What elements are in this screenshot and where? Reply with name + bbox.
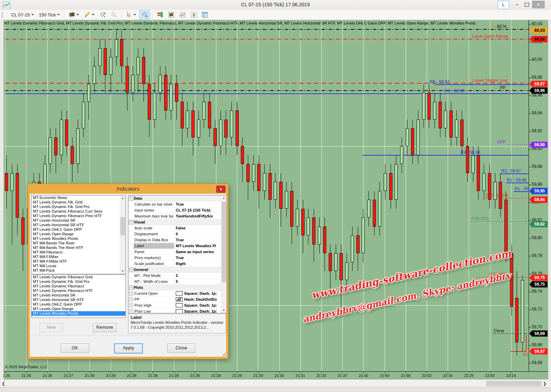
configured-indicators-list[interactable]: MT Levels Dynamic Fibonacci GridMT Level…: [31, 275, 126, 318]
apply-button[interactable]: Apply: [114, 343, 143, 354]
horizontal-scrollbar[interactable]: ❮ ❯: [0, 379, 551, 387]
list-item[interactable]: MT MA Pack: [32, 268, 120, 273]
remove-button[interactable]: Remove: [93, 323, 117, 332]
list-item[interactable]: MT Levels Open Range: [32, 307, 125, 311]
scrollbar-thumb[interactable]: [222, 202, 226, 282]
list-item[interactable]: MT Levels Woodies Pivots: [32, 311, 125, 316]
list-item[interactable]: MT MA Bands The River HTF: [32, 245, 120, 250]
collapse-icon[interactable]: −: [129, 268, 133, 272]
scroll-down-arrow[interactable]: ▼: [221, 308, 226, 313]
property-value[interactable]: MT Levels Woodies Pi: [174, 244, 226, 248]
property-row[interactable]: +PPHash; DashDotDo: [128, 297, 226, 302]
price-axis[interactable]: 60,0460,0260,0059,9859,9659,9459,9259,90…: [529, 20, 548, 372]
list-item[interactable]: MT Levels Open Range: [32, 232, 120, 236]
property-row[interactable]: +Prior HighSquare; Dash; 1p:: [128, 302, 226, 308]
property-value[interactable]: Square; Dash; 1p:: [174, 303, 226, 307]
data-box-button[interactable]: [166, 10, 176, 19]
property-row[interactable]: Displacement0: [128, 231, 226, 237]
property-value[interactable]: TwoHundredFiftySix: [174, 214, 226, 218]
collapse-icon[interactable]: −: [129, 220, 133, 224]
plot-color-swatch[interactable]: [176, 309, 183, 313]
time-axis[interactable]: 21:2521:2621:2621:2721:2821:2821:2821:28…: [4, 372, 548, 379]
scroll-up-arrow[interactable]: ▲: [221, 195, 226, 201]
property-row[interactable]: Scale justificationRight: [128, 261, 226, 267]
property-row[interactable]: Price marker(s)True: [128, 255, 226, 261]
cursor-tool-button[interactable]: [124, 10, 138, 19]
property-value[interactable]: 2: [174, 273, 226, 278]
property-row[interactable]: +Prior LowSquare; Dash; 1p:: [128, 308, 226, 313]
property-row[interactable]: Calculate on bar closeTrue: [128, 201, 226, 207]
list-item[interactable]: MT Levels Horizontal SR HTF: [32, 298, 125, 302]
dialog-close-button[interactable]: x: [216, 186, 225, 193]
list-item[interactable]: MT Levels Dynamic Fibonacci Prior HTF: [32, 214, 120, 218]
maximize-button[interactable]: [523, 1, 531, 8]
list-item[interactable]: MT Levels Dynamic Fibonacci Curr Sess: [32, 209, 120, 214]
plot-color-swatch[interactable]: [176, 303, 183, 307]
property-grid[interactable]: −DataCalculate on bar closeTrueInput ser…: [128, 195, 227, 313]
list-item[interactable]: MT Levels Dynamic Fibonacci HTF: [32, 288, 125, 293]
property-row[interactable]: MT - Plot Mode2: [128, 273, 226, 279]
property-value[interactable]: True: [174, 202, 226, 206]
scrollbar-thumb[interactable]: [486, 381, 542, 386]
property-value[interactable]: Right: [174, 262, 226, 266]
plot-hash-swatch[interactable]: [176, 297, 183, 301]
property-row[interactable]: LabelMT Levels Woodies Pi: [128, 243, 226, 249]
plot-color-swatch[interactable]: [176, 291, 183, 295]
close-window-button[interactable]: ✕: [532, 1, 545, 8]
property-row[interactable]: Maximum bars look baTwoHundredFiftySix: [128, 213, 226, 219]
property-row[interactable]: MT - Width of Lines5: [128, 279, 226, 285]
instrument-selector[interactable]: CL 07-15: [9, 11, 36, 19]
properties-button[interactable]: [200, 10, 210, 19]
list-item[interactable]: MT MA FXMax HTF: [32, 259, 120, 264]
list-item[interactable]: MT Levels Woodies Pivots: [32, 236, 120, 241]
resize-grip[interactable]: [222, 352, 225, 356]
list-item[interactable]: MT Levels OHLC Gann DPP: [32, 227, 120, 232]
zoom-out-button[interactable]: [109, 10, 119, 19]
link-button[interactable]: L: [498, 1, 509, 9]
property-value[interactable]: Hash; DashDotDo: [174, 297, 226, 301]
list-item[interactable]: MT MA Lucas: [32, 264, 120, 268]
list-item[interactable]: MT Levels OHLC Gann DPP: [32, 302, 125, 307]
property-row[interactable]: +Current OpenSquare; Dash; 1p:: [128, 291, 226, 297]
expand-icon[interactable]: +: [129, 304, 133, 307]
property-row[interactable]: Input seriesCL 07-15 (150 Tick): [128, 207, 226, 213]
scroll-down-arrow[interactable]: ▼: [120, 269, 125, 274]
list-item[interactable]: MT MA Bands The River: [32, 241, 120, 245]
new-button[interactable]: New: [40, 323, 63, 332]
chart-trader-button[interactable]: [155, 10, 165, 19]
property-value[interactable]: Square; Dash; 1p:: [174, 291, 226, 295]
collapse-icon[interactable]: −: [129, 286, 133, 290]
zoom-in-button[interactable]: [98, 10, 107, 19]
list-item[interactable]: MT Levels Horizontal SR: [32, 218, 120, 223]
drawing-tools-button[interactable]: [82, 10, 96, 19]
collapse-icon[interactable]: −: [129, 197, 133, 200]
toolbar-grip[interactable]: [1, 12, 3, 18]
list-item[interactable]: MT Levels Dynamic Fib. Grid: [32, 200, 120, 205]
grid-scrollbar[interactable]: ▲ ▼: [221, 195, 226, 313]
property-section-header[interactable]: −Data: [128, 195, 226, 201]
property-value[interactable]: Same as input series: [174, 250, 226, 254]
property-section-header[interactable]: −General: [128, 267, 226, 273]
expand-icon[interactable]: +: [129, 309, 133, 313]
dialog-close-action-button[interactable]: Close: [167, 343, 195, 353]
scroll-right-arrow[interactable]: ❯: [542, 380, 547, 387]
property-value[interactable]: Square; Dash; 1p:: [174, 309, 226, 313]
account-data-button[interactable]: $: [189, 10, 198, 19]
property-row[interactable]: PanelSame as input series: [128, 249, 226, 255]
chart-style-button[interactable]: [67, 10, 81, 19]
property-value[interactable]: 5: [174, 279, 226, 284]
ok-button[interactable]: OK: [61, 343, 89, 353]
interval-selector[interactable]: 150 Tick: [37, 11, 62, 19]
property-section-header[interactable]: −Visual: [128, 219, 226, 225]
property-value[interactable]: True: [174, 256, 226, 260]
available-indicators-list[interactable]: ▲ ▼ MT Economic NewsMT Levels Dynamic Fi…: [31, 195, 126, 274]
property-value[interactable]: 0: [174, 232, 226, 236]
list-item[interactable]: MT Levels Dynamic Fib. Grid Pro: [32, 279, 125, 284]
scroll-left-arrow[interactable]: ❮: [1, 380, 6, 387]
property-value[interactable]: False: [174, 226, 226, 230]
list-item[interactable]: MT Levels Dynamic Fibonacci: [32, 284, 125, 288]
minimize-button[interactable]: –: [513, 1, 521, 8]
magnify-tool-button[interactable]: [139, 10, 150, 19]
list-item[interactable]: MT Economic News: [32, 195, 120, 200]
list-item[interactable]: MT Levels Horizontal SR: [32, 293, 125, 298]
